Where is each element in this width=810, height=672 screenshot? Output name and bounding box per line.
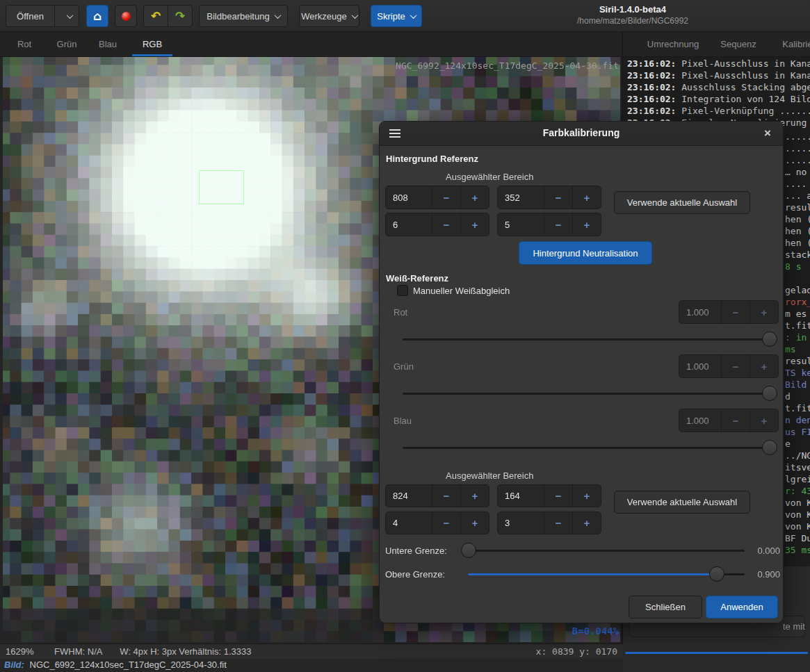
log-timestamp: 23:16:02:: [627, 82, 676, 92]
tab-blau[interactable]: Blau: [88, 32, 128, 56]
white-reference-heading: Weiß-Referenz: [386, 273, 448, 284]
spinner-value[interactable]: 1.000: [679, 301, 721, 323]
white-area-w-spinner[interactable]: 4 − +: [385, 511, 489, 534]
console-log-fragment: gelad: [785, 284, 810, 296]
increment-button[interactable]: +: [572, 512, 601, 534]
spinner-value[interactable]: 352: [498, 186, 544, 208]
rot-slider-track[interactable]: [403, 338, 771, 341]
console-log-fragment: t.fit,: [785, 402, 810, 414]
decrement-button[interactable]: −: [544, 485, 572, 507]
spinner-value[interactable]: 1.000: [679, 355, 721, 377]
bg-area-x-spinner[interactable]: 808 − +: [385, 186, 489, 209]
increment-button[interactable]: +: [750, 409, 778, 432]
plus-icon: +: [584, 219, 590, 231]
open-button-label: Öffnen: [17, 11, 44, 22]
apply-button[interactable]: Anwenden: [706, 596, 778, 618]
close-dialog-button[interactable]: Schließen: [629, 596, 702, 618]
decrement-button[interactable]: −: [544, 186, 572, 208]
lower-limit-slider-handle[interactable]: [461, 543, 476, 558]
spinner-value[interactable]: 6: [386, 213, 432, 236]
siril-window: Öffnen ⌂ ↶ ↷ Bildbearbeitung Werkzeuge S…: [0, 0, 810, 672]
white-use-current-selection-button[interactable]: Verwende aktuelle Auswahl: [614, 491, 750, 514]
increment-button[interactable]: +: [750, 301, 778, 323]
console-log-fragment: hen (K: [785, 213, 810, 225]
minus-icon: −: [444, 490, 450, 502]
increment-button[interactable]: +: [572, 213, 601, 236]
bg-use-current-selection-button[interactable]: Verwende aktuelle Auswahl: [614, 191, 750, 214]
decrement-button[interactable]: −: [721, 301, 750, 323]
increment-button[interactable]: +: [750, 355, 778, 377]
decrement-button[interactable]: −: [432, 512, 460, 534]
undo-button[interactable]: ↶: [143, 5, 168, 27]
photometry-button[interactable]: [115, 5, 137, 27]
log-message: Pixel-Verknüpfung .............: [676, 106, 810, 116]
rot-value-spinner[interactable]: 1.000 − +: [679, 300, 779, 324]
tab-umrechnung[interactable]: Umrechnung: [642, 32, 704, 56]
decrement-button[interactable]: −: [432, 186, 460, 208]
tab-sequenz[interactable]: Sequenz: [717, 32, 760, 56]
image-processing-menu-button[interactable]: Bildbearbeitung: [199, 5, 288, 27]
spinner-value[interactable]: 824: [386, 485, 432, 507]
image-name-bar: Bild: NGC_6992_124x10sec_T17degC_2025-04…: [0, 659, 623, 672]
bg-area-h-spinner[interactable]: 5 − +: [497, 213, 601, 236]
tab-label: Blau: [99, 39, 117, 49]
scripts-menu-button[interactable]: Skripte: [371, 5, 422, 27]
rot-slider-handle[interactable]: [762, 331, 777, 347]
bg-area-y-spinner[interactable]: 352 − +: [497, 186, 601, 209]
decrement-button[interactable]: −: [432, 213, 460, 236]
image-name-value: NGC_6992_124x10sec_T17degC_2025-04-30.fi…: [30, 659, 227, 670]
decrement-button[interactable]: −: [544, 213, 572, 236]
decrement-button[interactable]: −: [721, 409, 750, 432]
spinner-value[interactable]: 1.000: [679, 409, 721, 432]
tools-menu-button[interactable]: Werkzeuge: [299, 5, 359, 27]
console-log-fragment: hen (K: [785, 237, 810, 249]
blau-value-spinner[interactable]: 1.000 − +: [679, 409, 779, 432]
button-label: Anwenden: [720, 602, 763, 612]
increment-button[interactable]: +: [460, 213, 489, 236]
open-button[interactable]: Öffnen: [6, 5, 54, 27]
dialog-header[interactable]: Farbkalibrierung ×: [380, 122, 783, 146]
console-log-line: 23:16:02: Integration von 124 Bildern: [627, 93, 810, 105]
dialog-close-button[interactable]: ×: [759, 125, 776, 142]
tab-rot[interactable]: Rot: [7, 32, 42, 56]
increment-button[interactable]: +: [572, 186, 601, 208]
minus-icon: −: [556, 219, 562, 231]
white-area-x-spinner[interactable]: 824 − +: [385, 484, 489, 507]
decrement-button[interactable]: −: [544, 512, 572, 534]
white-area-y-spinner[interactable]: 164 − +: [497, 484, 601, 507]
blau-slider-track[interactable]: [403, 447, 771, 449]
selection-rectangle[interactable]: [199, 170, 244, 204]
gruen-slider-handle[interactable]: [762, 386, 777, 401]
decrement-button[interactable]: −: [721, 355, 750, 377]
console-log-fragment: : in B: [785, 331, 810, 343]
increment-button[interactable]: +: [460, 485, 489, 507]
upper-limit-slider-handle[interactable]: [709, 566, 724, 582]
channel-label-blau: Blau: [394, 416, 412, 426]
gruen-value-spinner[interactable]: 1.000 − +: [679, 354, 779, 378]
spinner-value[interactable]: 3: [498, 512, 544, 534]
blau-slider-handle[interactable]: [762, 440, 777, 455]
console-log-fragment: t.fit,: [785, 320, 810, 331]
manual-white-balance-checkbox[interactable]: [397, 285, 408, 296]
spinner-value[interactable]: 164: [498, 485, 544, 507]
spinner-value[interactable]: 4: [386, 512, 432, 534]
white-area-h-spinner[interactable]: 3 − +: [497, 511, 601, 534]
increment-button[interactable]: +: [460, 186, 489, 208]
minus-icon: −: [444, 517, 450, 529]
bg-area-w-spinner[interactable]: 6 − +: [385, 213, 489, 236]
open-dropdown-button[interactable]: [54, 5, 79, 27]
lower-limit-slider-track[interactable]: [465, 550, 745, 552]
decrement-button[interactable]: −: [432, 485, 460, 507]
increment-button[interactable]: +: [572, 485, 601, 507]
tab-kalibrierung[interactable]: Kalibrierung: [775, 32, 810, 56]
upper-limit-slider-track[interactable]: [468, 573, 745, 575]
spinner-value[interactable]: 5: [498, 213, 544, 236]
home-button[interactable]: ⌂: [86, 5, 108, 27]
tab-rgb[interactable]: RGB: [131, 32, 174, 56]
increment-button[interactable]: +: [460, 512, 489, 534]
gruen-slider-track[interactable]: [403, 393, 771, 395]
redo-button[interactable]: ↷: [168, 5, 193, 27]
background-neutralization-button[interactable]: Hintergrund Neutralisation: [519, 241, 652, 265]
tab-gruen[interactable]: Grün: [46, 32, 88, 56]
spinner-value[interactable]: 808: [386, 186, 432, 208]
